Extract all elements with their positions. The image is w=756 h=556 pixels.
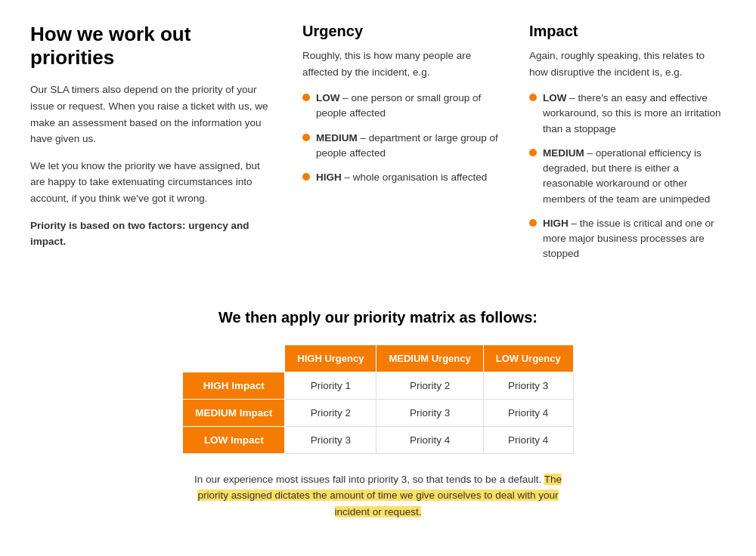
- cell-medium-medium: Priority 3: [376, 399, 483, 426]
- row-header-high-impact: HIGH Impact: [183, 372, 285, 399]
- matrix-note-plain: In our experience most issues fall into …: [194, 474, 541, 485]
- impact-low: LOW – there's an easy and effective work…: [529, 91, 726, 137]
- matrix-header-medium-urgency: MEDIUM Urgency: [376, 344, 483, 372]
- intro-paragraph-2: We let you know the priority we have ass…: [30, 158, 272, 207]
- impact-column: Impact Again, roughly speaking, this rel…: [529, 23, 726, 271]
- intro-paragraph-1: Our SLA timers also depend on the priori…: [30, 82, 272, 147]
- cell-medium-low: Priority 4: [483, 399, 573, 426]
- urgency-column: Urgency Roughly, this is how many people…: [302, 23, 499, 271]
- bullet-dot-icon: [302, 94, 310, 101]
- cell-low-high: Priority 3: [285, 426, 376, 453]
- urgency-high-text: HIGH – whole organisation is affected: [316, 170, 487, 185]
- impact-medium: MEDIUM – operational efficiency is degra…: [529, 146, 726, 207]
- matrix-wrapper: HIGH Urgency MEDIUM Urgency LOW Urgency …: [182, 344, 573, 454]
- cell-high-high: Priority 1: [285, 372, 376, 399]
- table-row: MEDIUM Impact Priority 2 Priority 3 Prio…: [183, 399, 573, 426]
- impact-high: HIGH – the issue is critical and one or …: [529, 216, 726, 262]
- heading-line1: How we work out: [30, 23, 191, 45]
- bullet-dot-icon: [302, 134, 310, 141]
- urgency-low-text: LOW – one person or small group of peopl…: [316, 91, 499, 122]
- impact-list: LOW – there's an easy and effective work…: [529, 91, 726, 262]
- row-header-medium-impact: MEDIUM Impact: [183, 399, 285, 426]
- urgency-high: HIGH – whole organisation is affected: [302, 170, 499, 185]
- cell-medium-high: Priority 2: [285, 399, 376, 426]
- urgency-low: LOW – one person or small group of peopl…: [302, 91, 499, 122]
- matrix-title: We then apply our priority matrix as fol…: [30, 309, 726, 326]
- intro-paragraph-3: Priority is based on two factors: urgenc…: [30, 218, 272, 250]
- urgency-title: Urgency: [302, 23, 499, 40]
- page-heading: How we work out priorities: [30, 23, 272, 70]
- impact-high-text: HIGH – the issue is critical and one or …: [543, 216, 726, 262]
- cell-low-low: Priority 4: [483, 426, 573, 453]
- row-header-low-impact: LOW Impact: [183, 426, 285, 453]
- matrix-header-empty: [183, 344, 285, 372]
- impact-intro: Again, roughly speaking, this relates to…: [529, 48, 726, 80]
- urgency-medium: MEDIUM – department or large group of pe…: [302, 131, 499, 162]
- urgency-intro: Roughly, this is how many people are aff…: [302, 48, 499, 80]
- matrix-note: In our experience most issues fall into …: [181, 471, 575, 520]
- matrix-header-high-urgency: HIGH Urgency: [285, 344, 376, 372]
- bullet-dot-icon: [529, 149, 537, 156]
- bullet-dot-icon: [529, 219, 537, 227]
- matrix-section: We then apply our priority matrix as fol…: [30, 309, 726, 520]
- table-row: HIGH Impact Priority 1 Priority 2 Priori…: [183, 372, 573, 399]
- cell-high-low: Priority 3: [483, 372, 573, 399]
- urgency-medium-text: MEDIUM – department or large group of pe…: [316, 131, 499, 162]
- urgency-list: LOW – one person or small group of peopl…: [302, 91, 499, 185]
- impact-low-text: LOW – there's an easy and effective work…: [543, 91, 726, 137]
- table-row: LOW Impact Priority 3 Priority 4 Priorit…: [183, 426, 573, 453]
- impact-title: Impact: [529, 23, 726, 40]
- bullet-dot-icon: [529, 94, 537, 101]
- matrix-header-row: HIGH Urgency MEDIUM Urgency LOW Urgency: [183, 344, 573, 372]
- matrix-header-low-urgency: LOW Urgency: [483, 344, 573, 372]
- priority-matrix: HIGH Urgency MEDIUM Urgency LOW Urgency …: [182, 344, 573, 454]
- heading-line2: priorities: [30, 46, 114, 69]
- impact-medium-text: MEDIUM – operational efficiency is degra…: [543, 146, 726, 207]
- bullet-dot-icon: [302, 173, 310, 181]
- cell-high-medium: Priority 2: [376, 372, 483, 399]
- top-section: How we work out priorities Our SLA timer…: [30, 23, 726, 271]
- cell-low-medium: Priority 4: [376, 426, 483, 453]
- left-column: How we work out priorities Our SLA timer…: [30, 23, 272, 271]
- intro-bold: Priority is based on two factors: urgenc…: [30, 220, 249, 248]
